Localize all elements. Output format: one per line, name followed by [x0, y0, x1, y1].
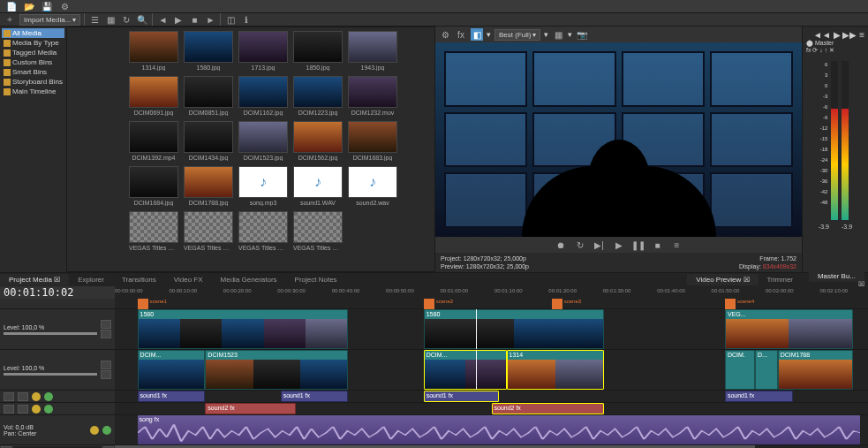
mute-button[interactable] [101, 320, 111, 329]
bin-all-media[interactable]: All Media [2, 28, 64, 38]
meter-right-value: -3.9 [842, 224, 852, 230]
search-icon[interactable]: 🔍 [136, 13, 148, 26]
gear-icon[interactable]: ⚙ [58, 0, 71, 12]
next-icon[interactable]: ► [204, 13, 216, 26]
tab-explorer[interactable]: Explorer [69, 274, 113, 285]
media-thumb[interactable]: 1580.jpg [184, 31, 233, 71]
info-view-icon[interactable]: ℹ [240, 13, 253, 26]
clip-v1c[interactable]: VEG... [725, 309, 853, 349]
preview-quality-select[interactable]: Best (Full) ▾ [494, 29, 540, 41]
clip-v2e[interactable]: DCIM. [725, 350, 755, 390]
play-icon[interactable]: ▶ [172, 13, 185, 26]
preview-toolbar: ⚙ fx ◧ ▾ Best (Full) ▾ ▾ ▦ ▾ 📷 [435, 27, 802, 42]
clip-v2d[interactable]: 1314 [507, 350, 605, 390]
preview-snap-icon[interactable]: 📷 [576, 28, 588, 41]
preview-split-icon[interactable]: ◧ [471, 28, 483, 41]
grid-view-icon[interactable]: ▦ [104, 13, 117, 26]
tab-project-media[interactable]: Project Media ☒ [0, 274, 69, 285]
media-thumb[interactable]: DCIM1523.jpg [238, 121, 288, 161]
loop-icon[interactable]: ↻ [574, 239, 586, 251]
media-thumb[interactable]: ♪sound1.WAV [293, 166, 343, 206]
media-thumb[interactable]: VEGAS Titles & Text dark and bright [238, 211, 288, 251]
bin-smart-bins[interactable]: Smart Bins [2, 67, 64, 77]
media-thumb[interactable]: 1850.jpg [293, 31, 343, 71]
region-marker[interactable]: scene2 [424, 299, 434, 309]
bin-media-by-type[interactable]: Media By Type [2, 38, 64, 48]
media-thumb[interactable]: 1943.jpg [348, 31, 397, 71]
clip-v2a[interactable]: DCIM... [138, 350, 206, 390]
media-thumb[interactable]: VEGAS Titles & Text abstract [129, 211, 178, 251]
region-marker[interactable]: scene1 [138, 299, 148, 309]
tab-transitions[interactable]: Transitions [113, 274, 165, 285]
track-arm-icon[interactable] [32, 392, 41, 401]
media-thumb[interactable]: 1314.jpg [129, 31, 178, 71]
media-thumb[interactable]: VEGAS Titles & Text dark [184, 211, 233, 251]
clip-a1b[interactable]: sound1 fx [281, 391, 349, 402]
play-from-start-icon[interactable]: ▶| [593, 239, 606, 251]
open-icon[interactable]: 📂 [23, 0, 35, 12]
media-thumb[interactable]: DCIM1562.jpg [293, 121, 343, 161]
save-icon[interactable]: 💾 [41, 0, 53, 12]
preview-video [435, 42, 802, 237]
tab-master-bus[interactable]: Master Bu... [809, 270, 864, 282]
import-media-button[interactable]: Import Media... ▾ [19, 14, 80, 26]
clip-a2b[interactable]: sound2 fx [492, 403, 605, 414]
timeline-ruler[interactable]: 00:00:00:0000:00:10:0000:00:20:0000:00:3… [115, 286, 868, 299]
tab-project-notes[interactable]: Project Notes [286, 274, 346, 285]
clip-v2f[interactable]: D... [755, 350, 778, 390]
tab-trimmer[interactable]: Trimmer [759, 274, 802, 285]
media-thumb[interactable]: DCIM1684.jpg [129, 166, 178, 206]
pause-button[interactable]: ❚❚ [632, 239, 645, 251]
clip-v1b[interactable]: 1580 [424, 309, 605, 349]
media-thumb[interactable]: DCIM1232.mov [348, 76, 397, 116]
stop-button[interactable]: ■ [652, 239, 664, 251]
tab-video-preview[interactable]: Video Preview ☒ [687, 274, 758, 285]
preview-fx-icon[interactable]: fx [455, 28, 467, 41]
timecode-display: 00:01:10:02 [4, 286, 73, 299]
file-icon[interactable]: 📄 [5, 0, 18, 12]
clip-v2c[interactable]: DCIM... [424, 350, 507, 390]
tab-video-fx[interactable]: Video FX [165, 274, 212, 285]
preview-gear-icon[interactable]: ⚙ [439, 28, 451, 41]
solo-button[interactable] [101, 330, 111, 338]
views-icon[interactable]: ◫ [224, 13, 237, 26]
media-thumb[interactable]: DCIM1788.jpg [184, 166, 233, 206]
clip-v2b[interactable]: DCIM1523 [205, 350, 348, 390]
clip-song[interactable]: song fx [138, 415, 861, 444]
media-thumb[interactable]: ♪song.mp3 [238, 166, 288, 206]
clip-a1d[interactable]: sound1 fx [725, 391, 793, 402]
prev-icon[interactable]: ◄ [156, 13, 169, 26]
clip-a2a[interactable]: sound2 fx [205, 403, 295, 414]
bin-tagged-media[interactable]: Tagged Media [2, 48, 64, 57]
end-icon[interactable]: ≡ [671, 239, 683, 251]
add-icon[interactable]: ＋ [4, 13, 16, 26]
region-marker[interactable]: scene4 [725, 299, 736, 309]
media-thumb[interactable]: DCIM0851.jpg [184, 76, 233, 116]
clip-a1a[interactable]: sound1 fx [138, 391, 206, 402]
play-button[interactable]: ▶ [613, 239, 625, 251]
preview-overlay-icon[interactable]: ▦ [552, 28, 564, 41]
media-thumb[interactable]: DCIM1434.jpg [184, 121, 233, 161]
clip-v1a[interactable]: 1580 [138, 309, 349, 349]
clip-a1c[interactable]: sound1 fx [424, 391, 499, 402]
bin-storyboard-bins[interactable]: Storyboard Bins [2, 77, 64, 87]
record-icon[interactable]: ⏺ [555, 239, 567, 251]
media-thumb[interactable]: DCIM1392.mp4 [129, 121, 178, 161]
media-thumb[interactable]: DCIM1223.jpg [293, 76, 343, 116]
media-thumb[interactable]: 1713.jpg [238, 31, 288, 71]
tab-media-generators[interactable]: Media Generators [212, 274, 286, 285]
bin-main-timeline[interactable]: Main Timeline [2, 87, 64, 96]
media-thumb[interactable]: DCIM0691.jpg [129, 76, 178, 116]
media-thumb[interactable]: VEGAS Titles & Text The magic of light [293, 211, 343, 251]
list-view-icon[interactable]: ☰ [88, 13, 101, 26]
media-thumb[interactable]: ♪sound2.wav [348, 166, 397, 206]
media-thumb[interactable]: DCIM1162.jpg [238, 76, 288, 116]
clip-v2g[interactable]: DCIM1788 [778, 350, 853, 390]
media-thumb[interactable]: DCIM1683.jpg [348, 121, 397, 161]
master-meter: ◄◄ ▶ ▶▶ ≡ ⬤ Master fx ⟳ ↓ ↑ ✕ 630 -3-6-9… [802, 27, 868, 272]
panel-tabs: Project Media ☒ExplorerTransitionsVideo … [0, 272, 868, 286]
stop-icon[interactable]: ■ [188, 13, 200, 26]
refresh-icon[interactable]: ↻ [120, 13, 132, 26]
region-marker[interactable]: scene3 [552, 299, 562, 309]
bin-custom-bins[interactable]: Custom Bins [2, 57, 64, 67]
